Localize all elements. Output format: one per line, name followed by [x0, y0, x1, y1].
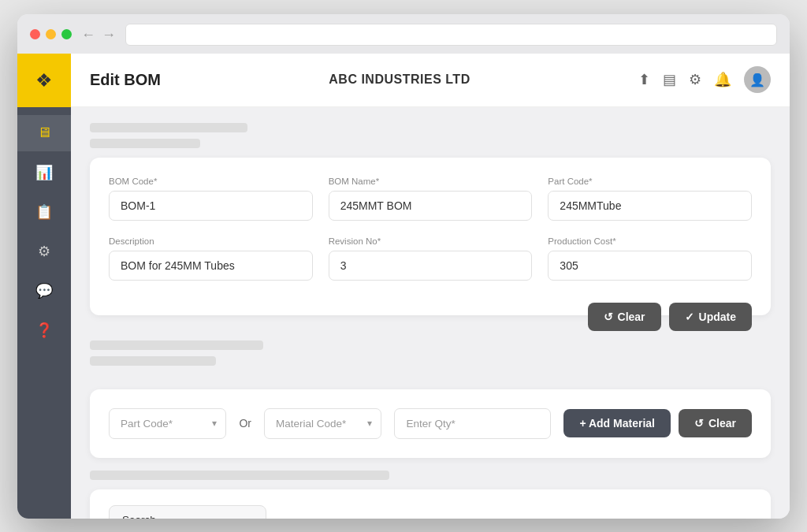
upload-icon[interactable]: ⬆: [638, 71, 650, 88]
dot-green[interactable]: [61, 29, 72, 39]
update-button[interactable]: ✓ Update: [669, 303, 752, 331]
logo-icon: ❖: [35, 69, 53, 91]
part-code-select[interactable]: Part Code*: [109, 408, 226, 439]
address-bar[interactable]: [125, 24, 777, 46]
material-actions: + Add Material ↺ Clear: [563, 409, 752, 437]
app-container: ❖ 🖥 📊 📋 ⚙ 💬 ❓: [17, 54, 790, 519]
or-label: Or: [239, 417, 251, 430]
skeleton-bar-2: [90, 139, 200, 148]
form-row-1: BOM Code* BOM Name* Part Code*: [109, 177, 752, 221]
material-section: Part Code* ▾ Or Material Code* ▾: [90, 389, 771, 458]
material-code-select-wrapper: Material Code* ▾: [264, 408, 381, 439]
description-group: Description: [109, 236, 313, 281]
bom-code-label: BOM Code*: [109, 177, 313, 186]
production-cost-group: Production Cost*: [548, 236, 752, 281]
add-material-button[interactable]: + Add Material: [563, 409, 671, 437]
page-title: Edit BOM: [90, 71, 161, 89]
description-label: Description: [109, 236, 313, 246]
part-code-label: Part Code*: [548, 177, 752, 186]
part-code-group: Part Code*: [548, 177, 752, 221]
sidebar-item-help[interactable]: ❓: [17, 312, 71, 348]
revision-no-input[interactable]: [329, 251, 533, 281]
description-input[interactable]: [109, 251, 313, 281]
settings-icon: ⚙: [38, 243, 50, 260]
sidebar-logo: ❖: [17, 54, 71, 107]
sidebar-nav: 🖥 📊 📋 ⚙ 💬 ❓: [17, 107, 71, 356]
sidebar-item-settings[interactable]: ⚙: [17, 233, 71, 270]
browser-nav: ← →: [81, 28, 116, 42]
page-body: BOM Code* BOM Name* Part Code*: [71, 107, 790, 519]
skeleton-bar-5: [90, 471, 389, 480]
revision-no-label: Revision No*: [329, 236, 533, 246]
clear-button[interactable]: ↺ Clear: [588, 303, 661, 331]
skeleton-bar-1: [90, 123, 247, 132]
forward-arrow-icon[interactable]: →: [102, 28, 116, 42]
bom-name-label: BOM Name*: [329, 177, 533, 186]
skeleton-middle: [90, 340, 771, 366]
revision-no-group: Revision No*: [329, 236, 533, 281]
bom-code-group: BOM Code*: [109, 177, 313, 221]
sidebar: ❖ 🖥 📊 📋 ⚙ 💬 ❓: [17, 54, 71, 519]
sidebar-item-dashboard[interactable]: 🖥: [17, 115, 71, 151]
table-section: Level No Type Code Qty Unit Cost Total C…: [90, 489, 771, 519]
qty-input[interactable]: [394, 408, 551, 439]
sidebar-item-reports[interactable]: 📊: [17, 154, 71, 191]
reports-icon: 📊: [35, 164, 53, 181]
form-row-2: Description Revision No* Production Cost…: [109, 236, 752, 281]
skeleton-bar-3: [90, 340, 263, 350]
part-code-select-wrapper: Part Code* ▾: [109, 408, 226, 439]
form-actions: ↺ Clear ✓ Update: [588, 303, 752, 331]
card-icon[interactable]: ▤: [663, 71, 676, 88]
browser-window: ← → ❖ 🖥 📊 📋 ⚙: [17, 14, 790, 519]
help-icon: ❓: [35, 322, 53, 339]
main-content: Edit BOM ABC INDUSTRIES LTD ⬆ ▤ ⚙ 🔔 👤: [71, 54, 790, 519]
back-arrow-icon[interactable]: ←: [81, 28, 95, 42]
bom-icon: 📋: [35, 203, 53, 221]
skeleton-bar-4: [90, 356, 216, 366]
messages-icon: 💬: [35, 282, 53, 299]
material-code-select[interactable]: Material Code*: [264, 408, 381, 439]
skeleton-below-material: [90, 471, 771, 480]
update-icon: ✓: [685, 311, 694, 323]
sidebar-item-bom[interactable]: 📋: [17, 194, 71, 230]
avatar-icon: 👤: [749, 73, 765, 87]
clear-icon: ↺: [604, 311, 613, 323]
bom-name-group: BOM Name*: [329, 177, 533, 221]
dot-yellow[interactable]: [46, 29, 56, 39]
bom-form-card: BOM Code* BOM Name* Part Code*: [90, 158, 771, 315]
material-row: Part Code* ▾ Or Material Code* ▾: [109, 408, 752, 439]
bom-code-input[interactable]: [109, 191, 313, 221]
sidebar-item-messages[interactable]: 💬: [17, 273, 71, 309]
header-actions: ⬆ ▤ ⚙ 🔔 👤: [638, 66, 771, 93]
material-clear-button[interactable]: ↺ Clear: [679, 409, 752, 437]
browser-toolbar: ← →: [17, 14, 790, 54]
app-header: Edit BOM ABC INDUSTRIES LTD ⬆ ▤ ⚙ 🔔 👤: [71, 54, 790, 107]
part-code-input[interactable]: [548, 191, 752, 221]
avatar[interactable]: 👤: [744, 66, 771, 93]
search-wrapper: [109, 505, 752, 519]
dashboard-icon: 🖥: [37, 125, 51, 141]
bom-name-input[interactable]: [329, 191, 533, 221]
browser-dots: [30, 29, 72, 39]
dot-red[interactable]: [30, 29, 40, 39]
production-cost-label: Production Cost*: [548, 236, 752, 246]
bell-icon[interactable]: 🔔: [714, 71, 731, 88]
production-cost-input[interactable]: [548, 251, 752, 281]
material-clear-icon: ↺: [694, 417, 704, 430]
skeleton-top: [90, 123, 771, 148]
company-name: ABC INDUSTRIES LTD: [161, 73, 638, 87]
search-input[interactable]: [109, 505, 266, 519]
header-settings-icon[interactable]: ⚙: [689, 71, 701, 88]
